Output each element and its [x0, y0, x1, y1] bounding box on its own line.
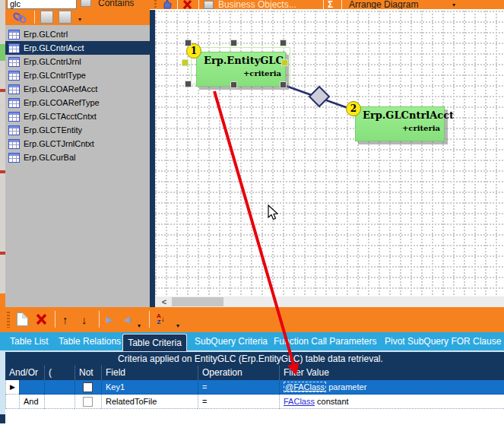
- table-list-item-selected[interactable]: Erp.GLCntrlAcct: [5, 41, 150, 55]
- cell-filter-value[interactable]: @FAClass parameter: [279, 380, 504, 395]
- business-objects-button[interactable]: Business Objects...: [218, 0, 296, 10]
- table-icon: [8, 57, 20, 67]
- link-tables-icon[interactable]: [11, 11, 28, 25]
- cell-paren[interactable]: [44, 380, 74, 395]
- tab-subquery-criteria[interactable]: SubQuery Criteria: [195, 336, 268, 347]
- column-header-operation[interactable]: Operation: [198, 366, 279, 380]
- canvas-horizontal-scrollbar[interactable]: <: [155, 296, 504, 307]
- table-list-item[interactable]: Erp.GLCntrlType: [5, 68, 150, 82]
- cell-not[interactable]: [74, 380, 101, 395]
- delete-x-icon[interactable]: [182, 0, 192, 10]
- table-list-item[interactable]: Erp.GLCurBal: [5, 151, 150, 164]
- column-header-not[interactable]: Not: [74, 366, 101, 380]
- column-header-field[interactable]: Field: [101, 366, 198, 380]
- scroll-left-icon[interactable]: <: [158, 296, 170, 307]
- filter-value-link[interactable]: @FAClass: [284, 382, 326, 392]
- table-icon: [8, 30, 20, 40]
- table-name: Erp.GLCOARefType: [24, 98, 100, 107]
- cell-filter-value[interactable]: FAClass constant: [279, 395, 504, 409]
- list-tool-button-1[interactable]: [40, 11, 53, 24]
- sort-az-icon[interactable]: AZ↓: [157, 310, 165, 328]
- table-list-item[interactable]: Erp.GLCOARefAcct: [5, 82, 150, 96]
- object-icon[interactable]: [204, 0, 214, 10]
- table-list-panel: Contains ▾ Erp.GLCntrl: [5, 0, 150, 307]
- table-list-item[interactable]: Erp.GLCTJrnlCntxt: [5, 137, 150, 151]
- pan-hand-icon[interactable]: [162, 0, 173, 10]
- table-name: Erp.GLCntrlJrnl: [24, 57, 81, 66]
- sum-button[interactable]: Σ: [328, 0, 333, 10]
- toolbar-separator: [341, 0, 342, 10]
- table-list-item[interactable]: Erp.GLCTAcctCntxt: [5, 109, 150, 123]
- cell-operation[interactable]: =: [198, 380, 279, 395]
- table-list-item[interactable]: Erp.GLCntrl: [5, 27, 150, 41]
- toolbar-separator: [177, 0, 178, 10]
- criteria-row-relatedtofile[interactable]: And RelatedToFile = FAClass constant: [5, 395, 504, 409]
- cell-andor[interactable]: And: [19, 395, 44, 409]
- cell-not[interactable]: [74, 395, 101, 409]
- toolbar-grip: [7, 312, 10, 328]
- not-checkbox[interactable]: [83, 397, 93, 407]
- table-icon: [8, 84, 20, 94]
- table-name: Erp.GLCntrl: [24, 30, 68, 39]
- arrange-diagram-button[interactable]: Arrange Diagram: [349, 0, 418, 10]
- node-title: Erp.GLCntrlAcct: [356, 107, 444, 121]
- table-name: Erp.GLCurBal: [24, 153, 75, 162]
- panel-divider: [150, 10, 155, 307]
- table-list-item[interactable]: Erp.GLCntrlJrnl: [5, 55, 150, 68]
- not-checkbox[interactable]: [83, 382, 93, 392]
- column-header-filter-value[interactable]: Filter Value: [279, 366, 504, 380]
- column-header-andor[interactable]: And/Or: [5, 366, 44, 380]
- chevron-down-icon[interactable]: ▾: [78, 16, 81, 23]
- tab-table-relations[interactable]: Table Relations: [59, 336, 121, 347]
- delete-row-button[interactable]: [35, 310, 48, 328]
- filter-match-label: Contains: [98, 0, 134, 8]
- cell-field[interactable]: RelatedToFile: [101, 395, 198, 409]
- toolbar-separator: [34, 11, 35, 24]
- move-down-button[interactable]: ↓: [81, 310, 87, 328]
- scrollbar-thumb[interactable]: [172, 297, 223, 306]
- resize-handle[interactable]: [230, 40, 237, 46]
- resize-handle[interactable]: [185, 81, 192, 87]
- list-tool-button-2[interactable]: [59, 11, 71, 24]
- toolbar-grip: [154, 0, 157, 10]
- table-filter-input[interactable]: [7, 0, 77, 9]
- criteria-grid-header: And/Or ( Not Field Operation Filter Valu…: [5, 366, 504, 380]
- cell-field[interactable]: Key1: [101, 380, 198, 395]
- tab-function-call-parameters[interactable]: Function Call Parameters: [274, 336, 376, 347]
- resize-handle[interactable]: [185, 40, 192, 46]
- toolbar-separator: [149, 311, 150, 328]
- move-up-button[interactable]: ↑: [62, 310, 68, 328]
- filter-value-link[interactable]: FAClass: [284, 397, 315, 406]
- table-list-item[interactable]: Erp.GLCTEntity: [5, 123, 150, 137]
- table-icon: [8, 98, 20, 108]
- chevron-down-icon[interactable]: ▾: [452, 0, 455, 10]
- connect-handle[interactable]: [281, 59, 288, 66]
- diagram-toolbar: Business Objects... Σ Arrange Diagram ▾: [150, 0, 504, 10]
- filter-value-type: parameter: [326, 382, 366, 392]
- table-name: Erp.GLCOARefAcct: [24, 84, 97, 94]
- indent-right-button[interactable]: ▶: [106, 310, 113, 328]
- table-list-item[interactable]: Erp.GLCOARefType: [5, 96, 150, 109]
- tab-table-list[interactable]: Table List: [10, 336, 49, 347]
- new-row-button[interactable]: [17, 310, 28, 328]
- resize-handle[interactable]: [280, 81, 287, 88]
- filter-option-icon[interactable]: [81, 0, 91, 7]
- criteria-row-key1[interactable]: ▶ Key1 = @FAClass parameter: [5, 380, 504, 395]
- indent-left-button[interactable]: ◀: [124, 310, 130, 328]
- cell-paren[interactable]: [44, 395, 74, 409]
- table-name: Erp.GLCTEntity: [24, 125, 82, 135]
- resize-handle[interactable]: [280, 40, 287, 46]
- criteria-tab-bar: Table List Table Relations Table Criteri…: [0, 332, 504, 350]
- connect-handle[interactable]: [182, 59, 189, 66]
- cell-operation[interactable]: =: [198, 395, 279, 409]
- tab-pivot-subquery-for-clause[interactable]: Pivot SubQuery FOR Clause: [385, 336, 501, 347]
- tab-table-criteria-selected[interactable]: Table Criteria: [122, 334, 187, 351]
- toolbar-separator: [99, 311, 100, 328]
- diagram-node-glcntrlacct[interactable]: Erp.GLCntrlAcct +criteria: [355, 106, 445, 141]
- column-header-paren[interactable]: (: [44, 366, 74, 380]
- resize-handle[interactable]: [230, 81, 237, 88]
- diagram-node-entityglc[interactable]: Erp.EntityGLC +criteria: [196, 52, 286, 87]
- table-name: Erp.GLCntrlAcct: [24, 43, 84, 52]
- table-name: Erp.GLCTAcctCntxt: [24, 112, 97, 121]
- cell-andor[interactable]: [19, 380, 44, 395]
